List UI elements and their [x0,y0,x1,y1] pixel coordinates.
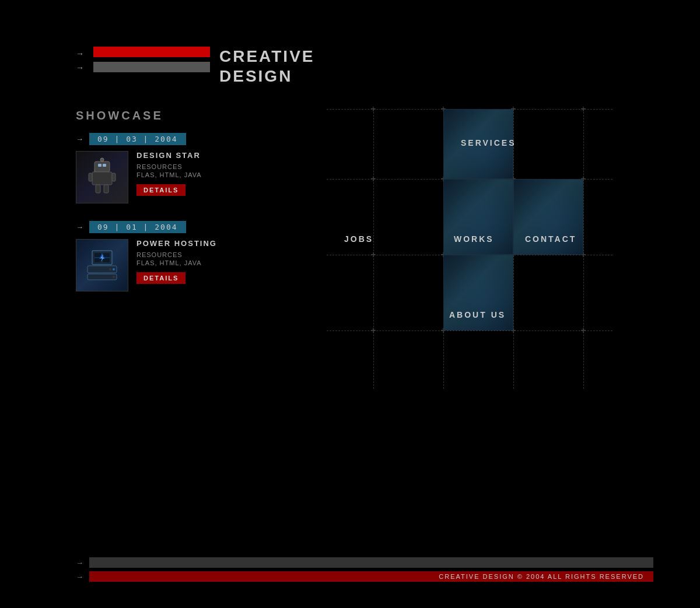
item1-info: DESIGN STAR RESOURCES FLAS, HTML, JAVA D… [136,151,327,196]
item2-details-button[interactable]: DETAILS [136,272,186,284]
footer-copyright: CREATIVE DESIGN © 2004 ALL RIGHTS RESERV… [439,573,644,580]
item2-title: POWER HOSTING [136,239,327,248]
svg-point-16 [113,268,115,270]
nav-jobs[interactable]: JOBS [344,234,373,244]
item1-tags: FLAS, HTML, JAVA [136,171,327,178]
main-container: → → CREATIVE DESIGN SHOWCASE → 09 | 03 |… [76,47,612,389]
header-title: CREATIVE DESIGN [219,47,315,86]
footer-arrow-1: → [76,558,83,567]
content-area: SHOWCASE → 09 | 03 | 2004 [76,109,612,389]
title-line-1: CREATIVE [219,47,315,66]
svg-rect-6 [96,185,100,193]
item1-details-button[interactable]: DETAILS [136,184,186,196]
grid-h4 [327,331,612,331]
plus-5: + [370,174,376,184]
svg-rect-3 [92,172,112,185]
grid-v1 [373,109,374,389]
nav-about-us[interactable]: ABOUT US [449,310,506,319]
footer-arrow-2: → [76,572,83,581]
svg-rect-7 [104,185,108,193]
footer-bar-red: CREATIVE DESIGN © 2004 ALL RIGHTS RESERV… [89,571,653,582]
nav-contact[interactable]: CONTACT [525,234,576,244]
showcase-card-2: POWER HOSTING RESOURCES FLAS, HTML, JAVA… [76,239,327,291]
header-arrows: → → [76,49,84,72]
svg-rect-1 [98,164,102,167]
item2-thumbnail [76,239,128,291]
date-row-1: → 09 | 03 | 2004 [76,133,327,145]
item2-info: POWER HOSTING RESOURCES FLAS, HTML, JAVA… [136,239,327,284]
item2-tags: FLAS, HTML, JAVA [136,259,327,266]
svg-rect-5 [112,173,116,181]
item2-label: RESOURCES [136,251,327,258]
item1-title: DESIGN STAR [136,151,327,160]
header-arrow-1: → [76,49,84,58]
plus-13: + [370,325,376,336]
item1-date: 09 | 03 | 2004 [89,133,186,145]
nav-grid-area: + + + + + + + + + + + + + + + + [327,109,612,389]
footer-row2: → CREATIVE DESIGN © 2004 ALL RIGHTS RESE… [76,571,653,582]
item2-date: 09 | 01 | 2004 [89,221,186,233]
showcase-item-1: → 09 | 03 | 2004 [76,133,327,203]
plus-4: + [580,104,586,114]
svg-rect-2 [103,164,106,167]
plus-16: + [580,325,586,336]
footer-bar-gray [89,557,653,568]
footer-row1: → [76,557,653,568]
title-line-2: DESIGN [219,66,315,86]
footer-area: → → CREATIVE DESIGN © 2004 ALL RIGHTS RE… [76,557,653,582]
item1-label: RESOURCES [136,163,327,170]
svg-rect-15 [88,266,117,273]
item1-thumbnail [76,151,128,203]
showcase-area: SHOWCASE → 09 | 03 | 2004 [76,109,327,389]
showcase-title: SHOWCASE [76,109,327,122]
showcase-card-1: DESIGN STAR RESOURCES FLAS, HTML, JAVA D… [76,151,327,203]
showcase-item-2: → 09 | 01 | 2004 [76,221,327,291]
bar-red [93,47,210,57]
item2-arrow: → [76,223,83,231]
header-bars [93,47,210,72]
grid-v4 [583,109,584,389]
nav-services[interactable]: SERVICES [461,138,516,147]
svg-rect-4 [89,173,92,181]
svg-point-17 [109,268,111,270]
plus-9: + [370,249,376,260]
svg-point-19 [113,276,115,278]
svg-rect-18 [88,274,117,280]
bar-gray [93,62,210,72]
header-arrow-2: → [76,63,84,72]
item1-arrow: → [76,135,83,143]
header-area: → → CREATIVE DESIGN [76,47,612,86]
nav-works[interactable]: WORKS [454,234,494,244]
svg-point-9 [100,158,104,161]
plus-1: + [370,104,376,114]
svg-rect-0 [94,161,110,172]
date-row-2: → 09 | 01 | 2004 [76,221,327,233]
